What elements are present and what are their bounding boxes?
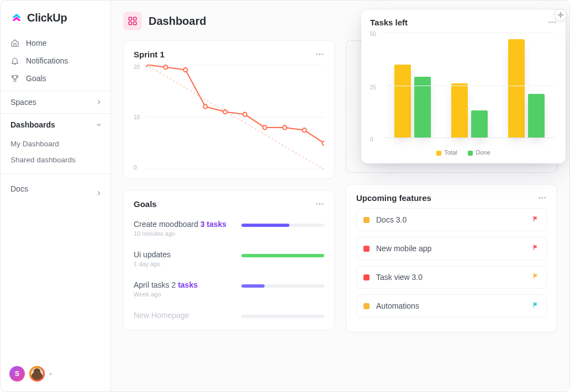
- chevron-right-icon: [95, 98, 103, 106]
- svg-rect-0: [129, 17, 131, 20]
- features-list: Docs 3.0New mobile appTask view 3.0Autom…: [356, 208, 547, 317]
- goals-list: Create moodboard 3 tasks10 minutes agoUi…: [134, 214, 324, 327]
- workspace-avatar[interactable]: S: [9, 366, 25, 382]
- nav-goals[interactable]: Goals: [1, 70, 110, 87]
- svg-point-8: [163, 65, 167, 69]
- chevron-down-icon: [95, 121, 103, 129]
- brand-name: ClickUp: [27, 12, 67, 24]
- legend-item-total: Total: [436, 149, 457, 156]
- card-menu-button[interactable]: •••: [315, 51, 324, 59]
- goal-title: April tasks 2 tasks: [134, 280, 233, 289]
- sidebar-footer: S ▾: [1, 358, 110, 391]
- card-menu-button[interactable]: •••: [548, 19, 557, 27]
- nav-label: Home: [26, 39, 46, 47]
- clickup-logo-icon: [10, 12, 23, 24]
- card-menu-button[interactable]: •••: [315, 200, 324, 208]
- feature-label: Task view 3.0: [376, 273, 525, 282]
- bar-group: [394, 33, 431, 137]
- bell-icon: [10, 56, 19, 65]
- bar-total: [451, 83, 468, 137]
- chevron-right-icon: [95, 189, 103, 197]
- bar-group: [508, 33, 545, 137]
- svg-point-13: [263, 125, 267, 129]
- y-tick: 0: [134, 165, 137, 171]
- section-header-docs[interactable]: Docs: [1, 174, 110, 204]
- brand[interactable]: ClickUp: [1, 1, 110, 34]
- svg-point-14: [283, 125, 287, 129]
- card-upcoming-features: Upcoming features ••• Docs 3.0New mobile…: [346, 184, 557, 332]
- y-axis: 20 10 0: [134, 65, 145, 169]
- move-handle-icon[interactable]: [555, 9, 567, 21]
- goal-meta: 10 minutes ago: [134, 230, 233, 237]
- goal-row[interactable]: Ui updates1 day ago: [134, 245, 324, 275]
- sidebar-item-shared-dashboards[interactable]: Shared dashboards: [1, 152, 110, 168]
- chevron-down-icon[interactable]: ▾: [49, 371, 52, 377]
- status-dot: [363, 303, 370, 309]
- flag-icon: [532, 243, 540, 253]
- bar-group: [451, 33, 488, 137]
- user-avatar[interactable]: [29, 366, 45, 382]
- card-sprint: Sprint 1 ••• 20 10 0: [123, 40, 335, 179]
- goal-info: Create moodboard 3 tasks10 minutes ago: [134, 220, 233, 237]
- primary-nav: Home Notifications Goals: [1, 34, 110, 91]
- sidebar-item-my-dashboard[interactable]: My Dashboard: [1, 136, 110, 152]
- goal-meta: 1 day ago: [134, 261, 233, 267]
- dashboard-icon: [123, 12, 142, 30]
- goal-row[interactable]: April tasks 2 tasksWeek ago: [134, 275, 324, 305]
- section-spaces: Spaces: [1, 91, 110, 113]
- goal-title: Ui updates: [134, 250, 233, 259]
- feature-row[interactable]: Task view 3.0: [356, 266, 547, 289]
- goal-row[interactable]: New Homepage: [134, 305, 324, 327]
- goal-progress: [241, 254, 324, 257]
- svg-point-10: [203, 104, 207, 108]
- svg-point-12: [243, 113, 247, 116]
- sprint-burndown-chart: 20 10 0: [134, 65, 324, 169]
- sidebar: ClickUp Home Notifications Goals: [1, 1, 111, 391]
- feature-row[interactable]: Automations: [356, 294, 547, 317]
- nav-home[interactable]: Home: [1, 34, 110, 52]
- goal-row[interactable]: Create moodboard 3 tasks10 minutes ago: [134, 214, 324, 245]
- dashboards-items: My Dashboard Shared dashboards: [1, 136, 110, 173]
- svg-rect-1: [134, 17, 136, 20]
- card-title: Goals: [134, 199, 157, 209]
- nav-notifications[interactable]: Notifications: [1, 52, 110, 70]
- feature-label: Automations: [376, 301, 525, 310]
- nav-label: Notifications: [26, 56, 68, 65]
- y-tick: 0: [370, 136, 373, 142]
- section-label: Dashboards: [10, 120, 55, 129]
- flag-icon: [532, 272, 540, 282]
- feature-label: New mobile app: [376, 244, 525, 253]
- card-menu-button[interactable]: •••: [538, 194, 547, 202]
- goal-title: New Homepage: [134, 311, 233, 320]
- section-label: Docs: [10, 184, 28, 193]
- goal-progress: [241, 315, 324, 318]
- tasks-left-chart: 50 25 0: [370, 30, 557, 144]
- trophy-icon: [10, 74, 19, 83]
- bar-done: [528, 94, 545, 137]
- svg-point-15: [303, 128, 307, 132]
- status-dot: [363, 246, 370, 252]
- feature-row[interactable]: Docs 3.0: [356, 208, 547, 231]
- svg-point-11: [223, 110, 227, 114]
- card-title: Sprint 1: [134, 50, 165, 59]
- bar-groups: [384, 33, 555, 138]
- bar-total: [394, 65, 411, 137]
- home-icon: [10, 39, 19, 47]
- feature-row[interactable]: New mobile app: [356, 237, 547, 260]
- goal-progress: [241, 224, 324, 227]
- sprint-svg: [146, 65, 324, 169]
- nav-label: Goals: [26, 74, 46, 83]
- feature-label: Docs 3.0: [376, 215, 525, 224]
- svg-point-9: [183, 68, 187, 72]
- section-label: Spaces: [10, 98, 36, 107]
- card-title: Upcoming features: [356, 193, 431, 203]
- section-header-spaces[interactable]: Spaces: [1, 91, 110, 113]
- status-dot: [363, 274, 370, 280]
- bar-done: [414, 77, 431, 137]
- goal-meta: Week ago: [134, 291, 233, 298]
- goal-info: Ui updates1 day ago: [134, 250, 233, 267]
- section-header-dashboards[interactable]: Dashboards: [1, 114, 110, 136]
- svg-rect-2: [129, 22, 131, 25]
- flag-icon: [532, 301, 540, 311]
- card-tasks-left[interactable]: Tasks left ••• 50 25 0 Total Done: [361, 10, 566, 163]
